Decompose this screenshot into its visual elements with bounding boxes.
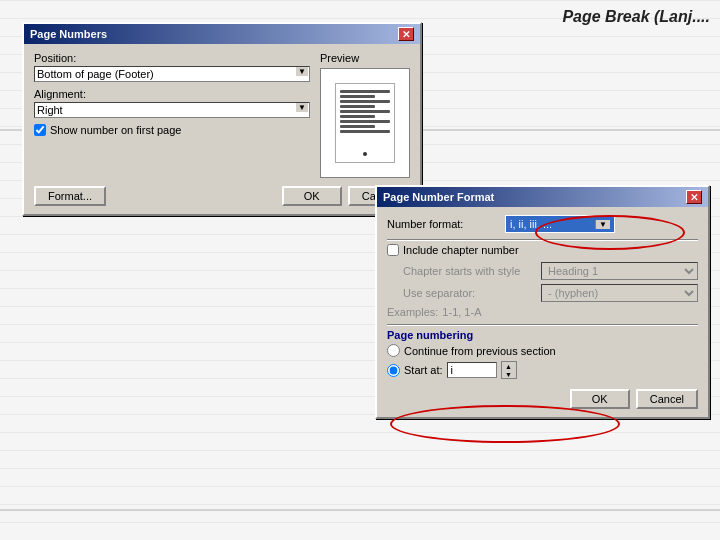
line6 — [340, 115, 375, 118]
dialog-page-numbers: Page Numbers ✕ Position: Bottom of page … — [22, 22, 422, 216]
separator-select-wrapper: - (hyphen) — [541, 284, 698, 302]
separator-row: Use separator: - (hyphen) — [387, 284, 698, 302]
page-title: Page Break (Lanj.... — [562, 8, 710, 26]
dialog2-ok-cancel: OK Cancel — [570, 389, 698, 409]
line8 — [340, 125, 375, 128]
alignment-label: Alignment: — [34, 88, 310, 100]
continue-row: Continue from previous section — [387, 344, 698, 357]
show-number-row: Show number on first page — [34, 124, 310, 136]
dialog1-ok-button[interactable]: OK — [282, 186, 342, 206]
dialog1-body: Position: Bottom of page (Footer) Alignm… — [24, 44, 420, 214]
preview-box — [320, 68, 410, 178]
dialog1-title: Page Numbers — [30, 28, 107, 40]
number-format-dropdown[interactable]: i, ii, iii, ... ▼ — [505, 215, 615, 233]
preview-page-number-dot — [363, 152, 367, 156]
page-numbering-section: Page numbering Continue from previous se… — [387, 329, 698, 379]
line7 — [340, 120, 390, 123]
dialog-page-format: Page Number Format ✕ Number format: i, i… — [375, 185, 710, 419]
examples-row: Examples: 1-1, 1-A — [387, 306, 698, 318]
chapter-style-select: Heading 1 — [541, 262, 698, 280]
dialog1-close-button[interactable]: ✕ — [398, 27, 414, 41]
alignment-select[interactable]: Right — [34, 102, 310, 118]
dialog2-close-button[interactable]: ✕ — [686, 190, 702, 204]
separator-label: Use separator: — [403, 287, 533, 299]
position-row: Position: Bottom of page (Footer) — [34, 52, 310, 82]
include-chapter-row: Include chapter number — [387, 244, 698, 256]
include-chapter-label: Include chapter number — [403, 244, 519, 256]
number-format-select[interactable]: i, ii, iii, ... ▼ — [505, 215, 615, 233]
start-at-radio[interactable] — [387, 364, 400, 377]
dropdown-arrow-icon: ▼ — [595, 220, 610, 229]
start-at-label: Start at: — [404, 364, 443, 376]
preview-label: Preview — [320, 52, 359, 64]
line5 — [340, 110, 390, 113]
format-button[interactable]: Format... — [34, 186, 106, 206]
dialog2-titlebar: Page Number Format ✕ — [377, 187, 708, 207]
start-at-row: Start at: ▲ ▼ — [387, 361, 698, 379]
start-at-input[interactable] — [447, 362, 497, 378]
continue-radio[interactable] — [387, 344, 400, 357]
include-chapter-checkbox[interactable] — [387, 244, 399, 256]
start-at-input-group[interactable]: ▲ ▼ — [447, 361, 517, 379]
dialog1-btn-row: Format... OK Cancel — [34, 186, 410, 206]
preview-lines — [340, 90, 390, 133]
position-select[interactable]: Bottom of page (Footer) — [34, 66, 310, 82]
preview-page — [335, 83, 395, 163]
dialog2-cancel-button[interactable]: Cancel — [636, 389, 698, 409]
dialog1-right: Preview — [320, 52, 410, 178]
chapter-style-row: Chapter starts with style Heading 1 — [387, 262, 698, 280]
dialog1-main-row: Position: Bottom of page (Footer) Alignm… — [34, 52, 410, 178]
dialog2-title: Page Number Format — [383, 191, 494, 203]
position-label: Position: — [34, 52, 310, 64]
separator-select: - (hyphen) — [541, 284, 698, 302]
position-select-wrapper[interactable]: Bottom of page (Footer) — [34, 66, 310, 82]
page-numbering-label: Page numbering — [387, 329, 698, 341]
number-format-label: Number format: — [387, 218, 497, 230]
alignment-select-wrapper[interactable]: Right — [34, 102, 310, 118]
dialog2-body: Number format: i, ii, iii, ... ▼ Include… — [377, 207, 708, 417]
line3 — [340, 100, 390, 103]
show-number-checkbox[interactable] — [34, 124, 46, 136]
spin-up-button[interactable]: ▲ — [502, 362, 516, 370]
dialog1-titlebar: Page Numbers ✕ — [24, 24, 420, 44]
divider1 — [387, 239, 698, 240]
divider2 — [387, 324, 698, 325]
number-format-row: Number format: i, ii, iii, ... ▼ — [387, 215, 698, 233]
show-number-label: Show number on first page — [50, 124, 181, 136]
examples-label: Examples: — [387, 306, 438, 318]
dialog2-ok-button[interactable]: OK — [570, 389, 630, 409]
dialog1-left: Position: Bottom of page (Footer) Alignm… — [34, 52, 310, 178]
chapter-style-select-wrapper: Heading 1 — [541, 262, 698, 280]
line1 — [340, 90, 390, 93]
line4 — [340, 105, 375, 108]
line2 — [340, 95, 375, 98]
number-format-value: i, ii, iii, ... — [510, 218, 552, 230]
start-at-spinner[interactable]: ▲ ▼ — [501, 361, 517, 379]
spin-down-button[interactable]: ▼ — [502, 370, 516, 378]
line9 — [340, 130, 390, 133]
continue-label: Continue from previous section — [404, 345, 556, 357]
chapter-style-label: Chapter starts with style — [403, 265, 533, 277]
examples-value: 1-1, 1-A — [442, 306, 481, 318]
dialog2-btn-row: OK Cancel — [387, 389, 698, 409]
alignment-row: Alignment: Right — [34, 88, 310, 118]
